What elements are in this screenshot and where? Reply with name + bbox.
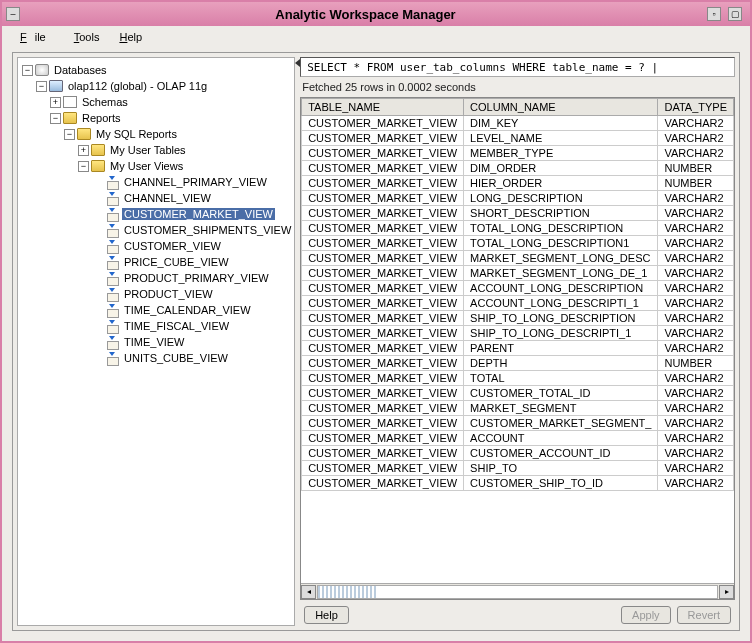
tree-databases[interactable]: −Databases bbox=[20, 62, 292, 78]
tree-view-item[interactable]: TIME_VIEW bbox=[20, 334, 292, 350]
menu-tools[interactable]: Tools bbox=[66, 29, 108, 45]
tree-toggle[interactable]: − bbox=[78, 161, 89, 172]
table-cell: DIM_KEY bbox=[464, 116, 658, 131]
tree-toggle[interactable]: + bbox=[78, 145, 89, 156]
table-row[interactable]: CUSTOMER_MARKET_VIEWCUSTOMER_TOTAL_IDVAR… bbox=[302, 386, 734, 401]
apply-button[interactable]: Apply bbox=[621, 606, 671, 624]
table-row[interactable]: CUSTOMER_MARKET_VIEWTOTAL_LONG_DESCRIPTI… bbox=[302, 236, 734, 251]
tree-mysqlreports[interactable]: −My SQL Reports bbox=[20, 126, 292, 142]
table-cell: CUSTOMER_MARKET_VIEW bbox=[302, 281, 464, 296]
scroll-left-button[interactable]: ◂ bbox=[301, 585, 316, 599]
results-scroll[interactable]: TABLE_NAMECOLUMN_NAMEDATA_TYPE CUSTOMER_… bbox=[301, 98, 734, 583]
table-cell: VARCHAR2 bbox=[658, 476, 734, 491]
tree-pane[interactable]: −Databases−olap112 (global) - OLAP 11g+S… bbox=[17, 57, 295, 626]
table-cell: CUSTOMER_ACCOUNT_ID bbox=[464, 446, 658, 461]
tree-view-item[interactable]: CHANNEL_PRIMARY_VIEW bbox=[20, 174, 292, 190]
tree-view-item[interactable]: CUSTOMER_VIEW bbox=[20, 238, 292, 254]
revert-button[interactable]: Revert bbox=[677, 606, 731, 624]
help-button[interactable]: Help bbox=[304, 606, 349, 624]
view-icon bbox=[105, 192, 119, 204]
tree-view-item[interactable]: PRODUCT_PRIMARY_VIEW bbox=[20, 270, 292, 286]
table-row[interactable]: CUSTOMER_MARKET_VIEWACCOUNT_LONG_DESCRIP… bbox=[302, 296, 734, 311]
tree-schemas[interactable]: +Schemas bbox=[20, 94, 292, 110]
window-title: Analytic Workspace Manager bbox=[24, 7, 707, 22]
table-cell: ACCOUNT_LONG_DESCRIPTI_1 bbox=[464, 296, 658, 311]
tree-view-item[interactable]: CUSTOMER_MARKET_VIEW bbox=[20, 206, 292, 222]
tree-connection[interactable]: −olap112 (global) - OLAP 11g bbox=[20, 78, 292, 94]
sysmenu-button[interactable]: – bbox=[6, 7, 20, 21]
table-row[interactable]: CUSTOMER_MARKET_VIEWTOTAL_LONG_DESCRIPTI… bbox=[302, 221, 734, 236]
tree-view-item[interactable]: UNITS_CUBE_VIEW bbox=[20, 350, 292, 366]
table-cell: VARCHAR2 bbox=[658, 221, 734, 236]
view-icon bbox=[105, 256, 119, 268]
table-row[interactable]: CUSTOMER_MARKET_VIEWDIM_KEYVARCHAR2 bbox=[302, 116, 734, 131]
view-icon bbox=[105, 272, 119, 284]
tree-reports[interactable]: −Reports bbox=[20, 110, 292, 126]
scroll-right-button[interactable]: ▸ bbox=[719, 585, 734, 599]
table-cell: VARCHAR2 bbox=[658, 341, 734, 356]
table-cell: CUSTOMER_MARKET_SEGMENT_ bbox=[464, 416, 658, 431]
view-icon bbox=[105, 304, 119, 316]
table-cell: CUSTOMER_TOTAL_ID bbox=[464, 386, 658, 401]
table-row[interactable]: CUSTOMER_MARKET_VIEWSHIP_TOVARCHAR2 bbox=[302, 461, 734, 476]
horizontal-scrollbar[interactable]: ◂ ▸ bbox=[301, 583, 734, 599]
tree-toggle[interactable]: − bbox=[50, 113, 61, 124]
table-row[interactable]: CUSTOMER_MARKET_VIEWCUSTOMER_SHIP_TO_IDV… bbox=[302, 476, 734, 491]
tree-myuserviews[interactable]: −My User Views bbox=[20, 158, 292, 174]
table-row[interactable]: CUSTOMER_MARKET_VIEWDEPTHNUMBER bbox=[302, 356, 734, 371]
menu-help[interactable]: Help bbox=[111, 29, 150, 45]
table-cell: NUMBER bbox=[658, 356, 734, 371]
table-cell: MEMBER_TYPE bbox=[464, 146, 658, 161]
table-cell: VARCHAR2 bbox=[658, 371, 734, 386]
column-header[interactable]: TABLE_NAME bbox=[302, 99, 464, 116]
scroll-track[interactable] bbox=[317, 585, 718, 599]
table-cell: CUSTOMER_MARKET_VIEW bbox=[302, 236, 464, 251]
table-cell: VARCHAR2 bbox=[658, 131, 734, 146]
tree-view-item[interactable]: TIME_CALENDAR_VIEW bbox=[20, 302, 292, 318]
table-row[interactable]: CUSTOMER_MARKET_VIEWLONG_DESCRIPTIONVARC… bbox=[302, 191, 734, 206]
scroll-thumb[interactable] bbox=[318, 586, 378, 598]
table-cell: SHIP_TO_LONG_DESCRIPTION bbox=[464, 311, 658, 326]
tree-view-item[interactable]: PRODUCT_VIEW bbox=[20, 286, 292, 302]
table-row[interactable]: CUSTOMER_MARKET_VIEWMARKET_SEGMENT_LONG_… bbox=[302, 251, 734, 266]
view-icon bbox=[105, 208, 119, 220]
menu-file[interactable]: File bbox=[12, 29, 62, 45]
table-row[interactable]: CUSTOMER_MARKET_VIEWSHIP_TO_LONG_DESCRIP… bbox=[302, 326, 734, 341]
table-row[interactable]: CUSTOMER_MARKET_VIEWCUSTOMER_MARKET_SEGM… bbox=[302, 416, 734, 431]
table-row[interactable]: CUSTOMER_MARKET_VIEWACCOUNT_LONG_DESCRIP… bbox=[302, 281, 734, 296]
tree-view-item[interactable]: TIME_FISCAL_VIEW bbox=[20, 318, 292, 334]
table-cell: CUSTOMER_MARKET_VIEW bbox=[302, 161, 464, 176]
table-row[interactable]: CUSTOMER_MARKET_VIEWMARKET_SEGMENTVARCHA… bbox=[302, 401, 734, 416]
table-row[interactable]: CUSTOMER_MARKET_VIEWTOTALVARCHAR2 bbox=[302, 371, 734, 386]
table-row[interactable]: CUSTOMER_MARKET_VIEWHIER_ORDERNUMBER bbox=[302, 176, 734, 191]
table-cell: NUMBER bbox=[658, 161, 734, 176]
table-cell: CUSTOMER_MARKET_VIEW bbox=[302, 326, 464, 341]
table-row[interactable]: CUSTOMER_MARKET_VIEWDIM_ORDERNUMBER bbox=[302, 161, 734, 176]
tree-toggle[interactable]: − bbox=[64, 129, 75, 140]
tree-view-item[interactable]: PRICE_CUBE_VIEW bbox=[20, 254, 292, 270]
table-cell: CUSTOMER_MARKET_VIEW bbox=[302, 176, 464, 191]
tree-myusertables[interactable]: +My User Tables bbox=[20, 142, 292, 158]
tree-toggle[interactable]: − bbox=[22, 65, 33, 76]
table-cell: ACCOUNT bbox=[464, 431, 658, 446]
table-row[interactable]: CUSTOMER_MARKET_VIEWMEMBER_TYPEVARCHAR2 bbox=[302, 146, 734, 161]
table-row[interactable]: CUSTOMER_MARKET_VIEWLEVEL_NAMEVARCHAR2 bbox=[302, 131, 734, 146]
tree-toggle[interactable]: − bbox=[36, 81, 47, 92]
column-header[interactable]: COLUMN_NAME bbox=[464, 99, 658, 116]
table-row[interactable]: CUSTOMER_MARKET_VIEWPARENTVARCHAR2 bbox=[302, 341, 734, 356]
tree-view-item[interactable]: CUSTOMER_SHIPMENTS_VIEW bbox=[20, 222, 292, 238]
table-cell: CUSTOMER_MARKET_VIEW bbox=[302, 311, 464, 326]
minimize-button[interactable]: ▫ bbox=[707, 7, 721, 21]
table-row[interactable]: CUSTOMER_MARKET_VIEWSHORT_DESCRIPTIONVAR… bbox=[302, 206, 734, 221]
results-table-wrap: TABLE_NAMECOLUMN_NAMEDATA_TYPE CUSTOMER_… bbox=[300, 97, 735, 600]
table-row[interactable]: CUSTOMER_MARKET_VIEWACCOUNTVARCHAR2 bbox=[302, 431, 734, 446]
table-row[interactable]: CUSTOMER_MARKET_VIEWSHIP_TO_LONG_DESCRIP… bbox=[302, 311, 734, 326]
table-row[interactable]: CUSTOMER_MARKET_VIEWCUSTOMER_ACCOUNT_IDV… bbox=[302, 446, 734, 461]
fetch-status: Fetched 25 rows in 0.0002 seconds bbox=[300, 77, 735, 97]
tree-view-item[interactable]: CHANNEL_VIEW bbox=[20, 190, 292, 206]
sql-input[interactable]: SELECT * FROM user_tab_columns WHERE tab… bbox=[300, 57, 735, 77]
column-header[interactable]: DATA_TYPE bbox=[658, 99, 734, 116]
table-row[interactable]: CUSTOMER_MARKET_VIEWMARKET_SEGMENT_LONG_… bbox=[302, 266, 734, 281]
tree-toggle[interactable]: + bbox=[50, 97, 61, 108]
maximize-button[interactable]: ▢ bbox=[728, 7, 742, 21]
